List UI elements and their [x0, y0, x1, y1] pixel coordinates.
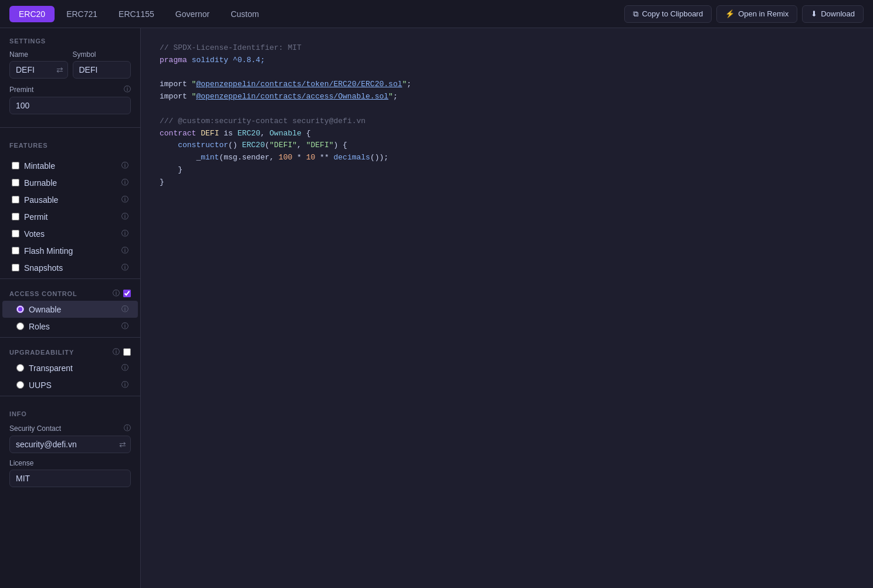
roles-info-icon[interactable]: ⓘ	[121, 321, 128, 331]
upgrade-uups[interactable]: UUPS ⓘ	[2, 376, 138, 393]
code-line-12: }	[160, 176, 854, 189]
mintable-label: Mintable	[24, 161, 119, 171]
upgrade-transparent[interactable]: Transparent ⓘ	[2, 359, 138, 376]
mintable-checkbox[interactable]	[12, 162, 19, 169]
license-row: License	[9, 459, 131, 487]
access-control-label: ACCESS CONTROL	[9, 290, 110, 297]
premint-info-icon[interactable]: ⓘ	[124, 84, 131, 94]
tab-erc1155[interactable]: ERC1155	[109, 6, 164, 22]
premint-label: Premint	[9, 86, 121, 94]
name-symbol-row: Name ⇄ Symbol	[9, 50, 131, 79]
copy-label: Copy to Clipboard	[642, 9, 703, 18]
nav-actions: ⧉ Copy to Clipboard ⚡ Open in Remix ⬇ Do…	[624, 5, 864, 23]
snapshots-checkbox[interactable]	[12, 264, 19, 271]
permit-label: Permit	[24, 212, 119, 222]
feature-flash-minting[interactable]: Flash Minting ⓘ	[2, 242, 138, 259]
snapshots-info-icon[interactable]: ⓘ	[121, 263, 128, 273]
code-line-1: // SPDX-License-Identifier: MIT	[160, 42, 854, 55]
code-line-8: contract DEFI is ERC20, Ownable {	[160, 128, 854, 140]
access-control-checkbox[interactable]	[123, 290, 131, 297]
top-navigation: ERC20 ERC721 ERC1155 Governor Custom ⧉ C…	[0, 0, 873, 28]
transparent-label: Transparent	[29, 363, 119, 373]
premint-input[interactable]	[9, 97, 131, 114]
settings-divider	[0, 127, 140, 128]
upgrade-divider	[0, 396, 140, 396]
security-contact-toggle-icon[interactable]: ⇄	[119, 440, 126, 449]
code-line-4: import "@openzeppelin/contracts/token/ER…	[160, 79, 854, 91]
settings-label: SETTINGS	[9, 38, 131, 45]
security-contact-info-icon[interactable]: ⓘ	[124, 423, 131, 433]
symbol-group: Symbol	[73, 50, 131, 79]
ownable-radio[interactable]	[16, 305, 24, 313]
roles-radio[interactable]	[16, 322, 24, 330]
access-roles[interactable]: Roles ⓘ	[2, 318, 138, 335]
pausable-info-icon[interactable]: ⓘ	[121, 195, 128, 205]
pausable-label: Pausable	[24, 195, 119, 205]
permit-checkbox[interactable]	[12, 213, 19, 220]
pausable-checkbox[interactable]	[12, 196, 19, 203]
open-in-remix-button[interactable]: ⚡ Open in Remix	[716, 5, 797, 23]
uups-radio[interactable]	[16, 381, 24, 389]
burnable-info-icon[interactable]: ⓘ	[121, 178, 128, 188]
feature-burnable[interactable]: Burnable ⓘ	[2, 174, 138, 191]
tab-erc20[interactable]: ERC20	[9, 6, 55, 22]
name-label: Name	[9, 50, 68, 59]
tab-governor[interactable]: Governor	[166, 6, 219, 22]
license-input[interactable]	[9, 470, 131, 487]
name-input-wrapper: ⇄	[9, 61, 68, 79]
upgradeability-info-icon[interactable]: ⓘ	[113, 347, 120, 357]
download-icon: ⬇	[811, 9, 817, 18]
copy-to-clipboard-button[interactable]: ⧉ Copy to Clipboard	[624, 5, 712, 23]
security-contact-input-wrapper: ⇄	[9, 436, 131, 453]
tab-erc721[interactable]: ERC721	[57, 6, 107, 22]
copy-icon: ⧉	[633, 9, 638, 19]
tab-custom[interactable]: Custom	[221, 6, 268, 22]
remix-label: Open in Remix	[738, 9, 789, 18]
code-line-6	[160, 103, 854, 115]
flash-minting-checkbox[interactable]	[12, 247, 19, 254]
code-line-5: import "@openzeppelin/contracts/access/O…	[160, 91, 854, 103]
votes-label: Votes	[24, 229, 119, 239]
transparent-info-icon[interactable]: ⓘ	[121, 363, 128, 373]
license-label: License	[9, 459, 131, 467]
remix-icon: ⚡	[725, 9, 735, 18]
security-contact-input[interactable]	[9, 436, 131, 453]
feature-permit[interactable]: Permit ⓘ	[2, 208, 138, 225]
access-ownable[interactable]: Ownable ⓘ	[2, 301, 138, 318]
info-label: INFO	[9, 410, 131, 417]
sidebar: SETTINGS Name ⇄ Symbol	[0, 28, 141, 588]
security-contact-label: Security Contact	[9, 424, 121, 433]
access-control-info-icon[interactable]: ⓘ	[113, 288, 120, 298]
upgradeability-checkbox[interactable]	[123, 348, 131, 356]
code-panel: // SPDX-License-Identifier: MIT pragma s…	[141, 28, 873, 588]
votes-checkbox[interactable]	[12, 230, 19, 237]
flash-minting-label: Flash Minting	[24, 246, 119, 256]
permit-info-icon[interactable]: ⓘ	[121, 212, 128, 222]
transparent-radio[interactable]	[16, 364, 24, 372]
feature-snapshots[interactable]: Snapshots ⓘ	[2, 259, 138, 276]
flash-minting-info-icon[interactable]: ⓘ	[121, 246, 128, 256]
votes-info-icon[interactable]: ⓘ	[121, 229, 128, 239]
name-toggle-icon[interactable]: ⇄	[56, 65, 63, 74]
feature-votes[interactable]: Votes ⓘ	[2, 225, 138, 242]
access-control-header: ACCESS CONTROL ⓘ	[0, 284, 140, 301]
symbol-input[interactable]	[73, 61, 131, 79]
code-line-11: }	[160, 164, 854, 176]
settings-section: SETTINGS Name ⇄ Symbol	[0, 28, 140, 125]
feature-mintable[interactable]: Mintable ⓘ	[2, 157, 138, 174]
info-section: INFO Security Contact ⓘ ⇄ License	[0, 401, 140, 498]
mintable-info-icon[interactable]: ⓘ	[121, 161, 128, 171]
symbol-label: Symbol	[73, 50, 131, 59]
feature-pausable[interactable]: Pausable ⓘ	[2, 191, 138, 208]
license-input-wrapper	[9, 470, 131, 487]
main-layout: SETTINGS Name ⇄ Symbol	[0, 28, 873, 588]
upgradeability-label: UPGRADEABILITY	[9, 349, 110, 356]
ownable-info-icon[interactable]: ⓘ	[121, 304, 128, 314]
download-button[interactable]: ⬇ Download	[802, 5, 864, 23]
burnable-checkbox[interactable]	[12, 179, 19, 186]
access-divider	[0, 337, 140, 338]
code-line-3	[160, 67, 854, 79]
ownable-label: Ownable	[29, 305, 119, 314]
code-line-2: pragma solidity ^0.8.4;	[160, 55, 854, 67]
uups-info-icon[interactable]: ⓘ	[121, 380, 128, 390]
